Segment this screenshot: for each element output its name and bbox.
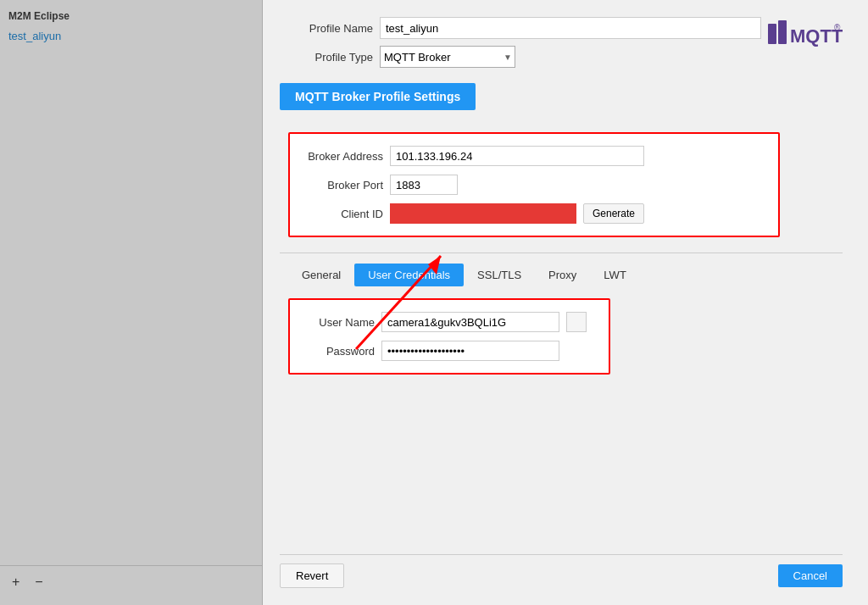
app-title: M2M Eclipse — [0, 7, 262, 27]
password-row: Password — [298, 341, 592, 361]
sidebar: M2M Eclipse test_aliyun + − — [0, 0, 263, 605]
bottom-bar: Revert Cancel — [280, 554, 843, 588]
broker-profile-settings-button[interactable]: MQTT Broker Profile Settings — [280, 83, 476, 110]
generate-button[interactable]: Generate — [583, 203, 644, 224]
header-area: MQTT ® Profile Name Profile Type MQTT Br… — [280, 17, 843, 75]
profile-type-row: Profile Type MQTT Broker ▼ — [280, 46, 843, 68]
tab-ssl-tls[interactable]: SSL/TLS — [464, 264, 535, 286]
client-id-input[interactable] — [390, 203, 576, 224]
profile-type-select[interactable]: MQTT Broker — [380, 46, 515, 68]
profile-type-label: Profile Type — [280, 51, 373, 64]
credentials-section: User Name Password — [280, 298, 843, 375]
username-input[interactable] — [381, 312, 559, 332]
broker-address-label: Broker Address — [298, 150, 383, 163]
broker-port-row: Broker Port — [298, 175, 761, 195]
svg-rect-0 — [768, 24, 776, 44]
add-button[interactable]: + — [8, 573, 23, 591]
sidebar-footer: + − — [0, 565, 262, 598]
tab-general[interactable]: General — [288, 264, 354, 286]
broker-port-label: Broker Port — [298, 179, 383, 191]
sidebar-item-test-aliyun[interactable]: test_aliyun — [0, 27, 262, 45]
mqtt-logo: MQTT ® — [766, 17, 843, 51]
svg-text:®: ® — [834, 23, 841, 32]
remove-button[interactable]: − — [31, 573, 46, 591]
profile-name-input[interactable] — [380, 17, 761, 39]
tabs-row: General User Credentials SSL/TLS Proxy L… — [280, 264, 843, 286]
tab-user-credentials[interactable]: User Credentials — [354, 264, 464, 286]
client-id-label: Client ID — [298, 208, 383, 220]
main-content: MQTT ® Profile Name Profile Type MQTT Br… — [263, 0, 868, 605]
username-label: User Name — [298, 316, 375, 329]
broker-settings-box: Broker Address Broker Port Client ID Gen… — [288, 132, 780, 237]
client-id-row: Client ID Generate — [298, 203, 761, 224]
profile-name-row: Profile Name — [280, 17, 843, 39]
revert-button[interactable]: Revert — [280, 563, 344, 588]
credentials-box: User Name Password — [288, 298, 610, 375]
broker-section-header: MQTT Broker Profile Settings — [280, 83, 843, 122]
tab-proxy[interactable]: Proxy — [535, 264, 590, 286]
password-label: Password — [298, 345, 375, 358]
profile-type-dropdown-wrapper: MQTT Broker ▼ — [380, 46, 515, 68]
username-row: User Name — [298, 312, 592, 332]
tab-lwt[interactable]: LWT — [590, 264, 639, 286]
divider — [280, 253, 843, 253]
svg-rect-1 — [778, 20, 787, 44]
profile-name-label: Profile Name — [280, 22, 373, 35]
broker-port-input[interactable] — [390, 175, 458, 195]
password-input[interactable] — [381, 341, 559, 361]
cancel-button[interactable]: Cancel — [778, 564, 843, 587]
broker-address-row: Broker Address — [298, 146, 761, 166]
broker-address-input[interactable] — [390, 146, 644, 166]
username-extra-button[interactable] — [566, 312, 587, 332]
